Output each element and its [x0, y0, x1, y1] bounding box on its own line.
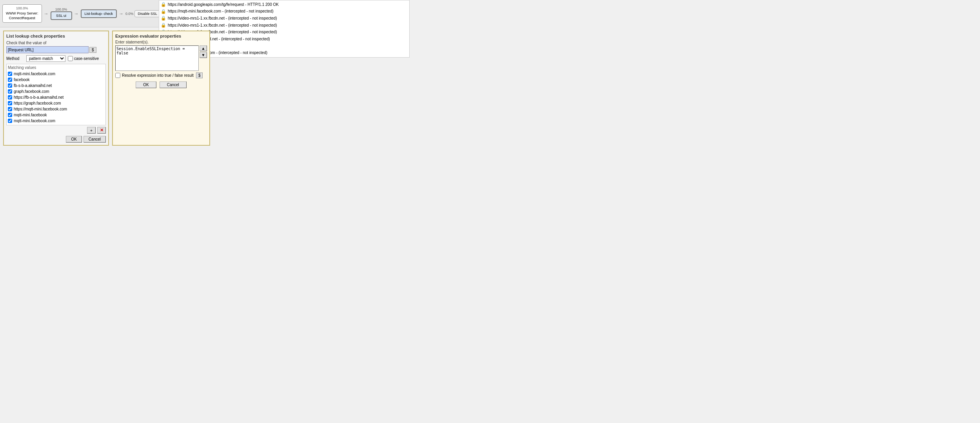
- expr-enter-label: Enter statement(s).: [115, 40, 207, 44]
- list-item: mqtt-mini.facebook: [8, 112, 104, 118]
- expr-resolve-row: Resolve expression into true / false res…: [115, 72, 207, 78]
- check-dollar-btn[interactable]: $: [89, 47, 96, 53]
- expr-scroll-up[interactable]: ▲: [200, 45, 207, 51]
- expr-ok-btn[interactable]: OK: [136, 81, 156, 88]
- arrow3: →: [118, 11, 125, 16]
- lock-icon-0: 🔒: [161, 1, 166, 8]
- lookup-cancel-btn[interactable]: Cancel: [83, 136, 106, 143]
- flow-node-ssl[interactable]: SSL ui: [51, 11, 72, 20]
- url-item-0: 🔒 https://android.googleapis.com/tg/fe/r…: [161, 1, 408, 8]
- expr-panel: Expression evaluator properties Enter st…: [112, 31, 210, 146]
- match-label-7: mqtt-mini.facebook: [14, 112, 47, 118]
- list-item: facebook: [8, 77, 104, 83]
- match-cb-3[interactable]: [8, 89, 12, 94]
- ssl-label: SSL ui: [56, 14, 66, 18]
- expr-panel-title: Expression evaluator properties: [115, 34, 207, 38]
- flow-node-disable-ssl[interactable]: Disable SSL: [134, 10, 161, 17]
- match-cb-5[interactable]: [8, 101, 12, 105]
- match-cb-4[interactable]: [8, 95, 12, 99]
- list-item: https://graph.facebook.com: [8, 100, 104, 106]
- match-label-4: https://fb-s-b-a.akamaihd.net: [14, 94, 64, 100]
- match-cb-6[interactable]: [8, 107, 12, 111]
- lookup-panel-buttons: OK Cancel: [6, 136, 106, 143]
- lookup-ok-btn[interactable]: OK: [66, 136, 82, 143]
- url-text-1: https://mqtt-mini.facebook.com - (interc…: [168, 8, 274, 14]
- match-cb-0[interactable]: [8, 72, 12, 76]
- add-btn[interactable]: +: [87, 127, 96, 134]
- match-label-3: graph.facebook.com: [14, 89, 49, 94]
- case-sensitive-label: case-sensitive: [74, 56, 99, 61]
- match-label-0: mqtt-mini.facebook.com: [14, 71, 55, 77]
- check-value-input[interactable]: [6, 46, 89, 53]
- list-item: https://mqtt-mini.facebook.com: [8, 106, 104, 112]
- list-item: fb-s-b-a.akamaihd.net: [8, 83, 104, 89]
- flow-node-www-proxy: 100.0% WWW Proxy Server:ConnectRequest: [2, 4, 42, 22]
- match-label-5: https://graph.facebook.com: [14, 100, 61, 106]
- case-sensitive-checkbox[interactable]: [68, 56, 73, 61]
- expr-scroll-down[interactable]: ▼: [200, 52, 207, 58]
- www-proxy-label: WWW Proxy Server:ConnectRequest: [6, 11, 38, 20]
- lookup-panel: List lookup check properties Check that …: [3, 31, 109, 146]
- expr-cancel-btn[interactable]: Cancel: [160, 81, 187, 88]
- expr-resolve-label: Resolve expression into true / false res…: [122, 73, 194, 78]
- url-item-1: 🔒 https://mqtt-mini.facebook.com - (inte…: [161, 8, 408, 15]
- match-cb-1[interactable]: [8, 78, 12, 82]
- match-cb-8[interactable]: [8, 119, 12, 123]
- url-text-2: https://video-mrs1-1.xx.fbcdn.net - (int…: [168, 15, 277, 22]
- main-area: List lookup check properties Check that …: [0, 27, 980, 149]
- expr-dollar-btn[interactable]: $: [196, 72, 203, 78]
- method-label: Method: [6, 56, 24, 61]
- url-item-2: 🔒 https://video-mrs1-1.xx.fbcdn.net - (i…: [161, 15, 408, 22]
- match-cb-2[interactable]: [8, 83, 12, 88]
- list-item: mqtt-mini.facebook.com: [8, 71, 104, 77]
- expr-resolve-checkbox[interactable]: [115, 73, 120, 78]
- list-item: graph.facebook.com: [8, 89, 104, 94]
- disable-ssl-label: Disable SSL: [138, 12, 158, 16]
- match-cb-7[interactable]: [8, 113, 12, 117]
- arrow2: →: [73, 11, 80, 16]
- url-text-0: https://android.googleapis.com/tg/fe/req…: [168, 2, 279, 8]
- method-select[interactable]: pattern match exact match regex: [26, 55, 65, 62]
- flow-node-list-lookup[interactable]: List-lookup- check: [81, 9, 117, 18]
- case-sensitive-row[interactable]: case-sensitive: [68, 56, 99, 61]
- pct1: 0.0%: [125, 12, 134, 16]
- ssl-pct: 100.0%: [55, 7, 67, 11]
- match-label-8: mqtt-mini.facebook.com: [14, 118, 55, 124]
- lock-icon-1: 🔒: [161, 8, 166, 15]
- check-label: Check that the value of: [6, 41, 106, 45]
- expr-panel-buttons: OK Cancel: [115, 81, 207, 88]
- match-label-1: facebook: [14, 77, 30, 83]
- match-label-6: https://mqtt-mini.facebook.com: [14, 106, 67, 112]
- matching-values-section: Matching values mqtt-mini.facebook.com f…: [6, 64, 106, 125]
- list-item: mqtt-mini.facebook.com: [8, 118, 104, 124]
- list-lookup-label: List-lookup- check: [85, 12, 113, 16]
- matching-title: Matching values: [8, 65, 104, 70]
- lookup-panel-title: List lookup check properties: [6, 34, 106, 38]
- expr-code-input[interactable]: Session.EnableSSLInspection = false: [115, 45, 199, 71]
- lock-icon-2: 🔒: [161, 15, 166, 22]
- arrow1: →: [43, 11, 50, 16]
- method-row: Method pattern match exact match regex c…: [6, 55, 106, 62]
- remove-btn[interactable]: ✕: [97, 127, 106, 134]
- match-label-2: fb-s-b-a.akamaihd.net: [14, 83, 52, 89]
- add-remove-row: + ✕: [6, 127, 106, 134]
- list-item: https://fb-s-b-a.akamaihd.net: [8, 94, 104, 100]
